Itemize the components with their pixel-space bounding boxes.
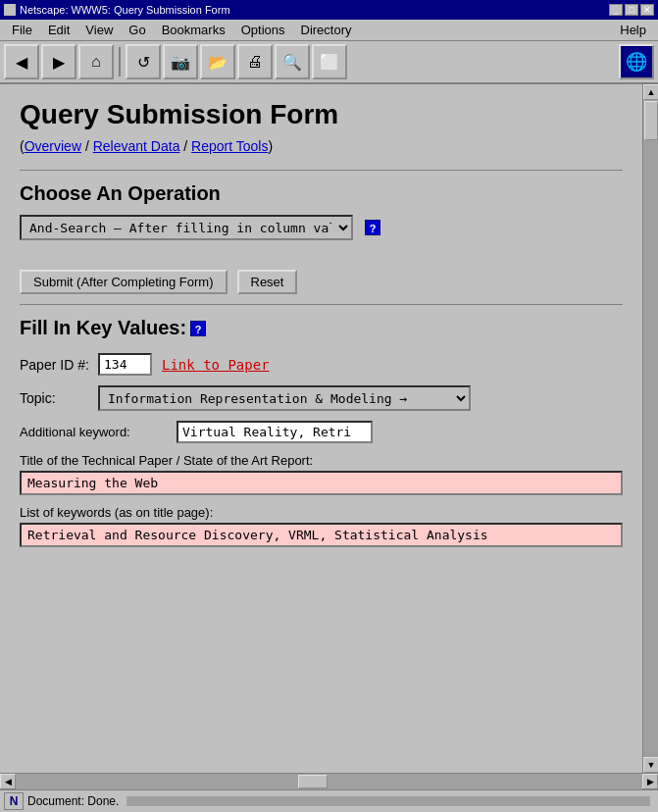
breadcrumb: (Overview / Relevant Data / Report Tools…	[20, 138, 623, 154]
menu-bookmarks[interactable]: Bookmarks	[154, 21, 233, 39]
breadcrumb-relevant-data[interactable]: Relevant Data	[93, 138, 180, 154]
scrollbar-right[interactable]: ▲ ▼	[642, 84, 658, 773]
status-icon: N	[4, 792, 24, 810]
hscroll-left-button[interactable]: ◀	[0, 774, 16, 789]
menu-options[interactable]: Options	[233, 21, 293, 39]
scroll-up-button[interactable]: ▲	[643, 84, 658, 100]
find-button[interactable]: 🔍	[275, 44, 310, 79]
hscrollbar[interactable]: ◀ ▶	[0, 773, 658, 788]
operation-help-icon[interactable]: ?	[365, 220, 380, 235]
toolbar: ◀ ▶ ⌂ ↺ 📷 📂 🖨 🔍 ⬜ 🌐	[0, 41, 658, 84]
hscroll-track	[16, 774, 642, 789]
operation-select[interactable]: And-Search – After filling in column val…	[20, 215, 353, 240]
images-button[interactable]: 📷	[163, 44, 198, 79]
keyword-row: Additional keyword:	[20, 421, 623, 443]
keywords-input[interactable]	[20, 523, 623, 547]
fill-in-heading: Fill In Key Values:	[20, 317, 186, 339]
hscroll-right-button[interactable]: ▶	[642, 774, 658, 789]
paper-id-row: Paper ID #: Link to Paper	[20, 353, 623, 376]
breadcrumb-sep1: /	[81, 138, 93, 154]
keywords-label: List of keywords (as on title page):	[20, 505, 623, 520]
menu-bar: File Edit View Go Bookmarks Options Dire…	[0, 20, 658, 41]
menu-edit[interactable]: Edit	[40, 21, 77, 39]
link-to-paper[interactable]: Link to Paper	[162, 357, 270, 373]
reload-button[interactable]: ↺	[126, 44, 161, 79]
status-text: Document: Done.	[27, 794, 119, 808]
menu-view[interactable]: View	[77, 21, 121, 39]
keywords-block: List of keywords (as on title page):	[20, 505, 623, 547]
globe-icon: 🌐	[619, 44, 654, 79]
divider-1	[20, 170, 623, 171]
title-bar-controls[interactable]: _ □ ✕	[609, 4, 654, 16]
choose-operation-heading: Choose An Operation	[20, 182, 623, 205]
home-button[interactable]: ⌂	[78, 44, 114, 79]
minimize-button[interactable]: _	[609, 4, 623, 16]
button-row: Submit (After Completing Form) Reset	[20, 270, 623, 294]
submit-button[interactable]: Submit (After Completing Form)	[20, 270, 228, 294]
scroll-track	[643, 100, 658, 757]
netscape-icon-letter: N	[10, 794, 19, 808]
toolbar-separator	[119, 47, 121, 76]
fill-in-heading-row: Fill In Key Values: ?	[20, 317, 623, 339]
topic-select[interactable]: Information Representation & Modeling → …	[98, 385, 471, 411]
back-button[interactable]: ◀	[4, 44, 39, 79]
status-progress	[127, 796, 650, 806]
title-input[interactable]	[20, 471, 623, 495]
page-title: Query Submission Form	[20, 99, 623, 130]
spacer-1	[20, 250, 623, 262]
content-area: Query Submission Form (Overview / Releva…	[0, 84, 658, 773]
keyword-label: Additional keyword:	[20, 425, 177, 439]
open-button[interactable]: 📂	[200, 44, 235, 79]
title-bar: Netscape: WWW5: Query Submission Form _ …	[0, 0, 658, 20]
title-bar-left: Netscape: WWW5: Query Submission Form	[4, 4, 230, 16]
paper-id-label: Paper ID #:	[20, 357, 98, 373]
menu-file[interactable]: File	[4, 21, 40, 39]
hscroll-thumb[interactable]	[298, 775, 328, 788]
paper-id-input[interactable]	[98, 353, 152, 376]
stop-button[interactable]: ⬜	[312, 44, 347, 79]
scroll-thumb[interactable]	[644, 101, 658, 140]
print-button[interactable]: 🖨	[237, 44, 273, 79]
menu-directory[interactable]: Directory	[293, 21, 360, 39]
reset-button[interactable]: Reset	[237, 270, 298, 294]
breadcrumb-report-tools[interactable]: Report Tools	[191, 138, 268, 154]
menu-help[interactable]: Help	[612, 21, 654, 39]
operation-row: And-Search – After filling in column val…	[20, 215, 623, 240]
maximize-button[interactable]: □	[625, 4, 638, 16]
app-icon	[4, 4, 16, 16]
breadcrumb-sep2: /	[179, 138, 191, 154]
forward-button[interactable]: ▶	[41, 44, 76, 79]
fill-in-help-icon[interactable]: ?	[190, 321, 206, 336]
divider-2	[20, 304, 623, 305]
breadcrumb-overview[interactable]: Overview	[25, 138, 81, 154]
title-block: Title of the Technical Paper / State of …	[20, 453, 623, 495]
menu-go[interactable]: Go	[121, 21, 153, 39]
breadcrumb-suffix: )	[268, 138, 273, 154]
page-content: Query Submission Form (Overview / Releva…	[0, 84, 642, 773]
status-bar: N Document: Done.	[0, 788, 658, 812]
window-title: Netscape: WWW5: Query Submission Form	[20, 4, 230, 16]
close-button[interactable]: ✕	[640, 4, 654, 16]
scroll-down-button[interactable]: ▼	[643, 757, 658, 773]
title-label: Title of the Technical Paper / State of …	[20, 453, 623, 468]
topic-row: Topic: Information Representation & Mode…	[20, 385, 623, 411]
topic-label: Topic:	[20, 390, 98, 406]
keyword-input[interactable]	[177, 421, 373, 443]
